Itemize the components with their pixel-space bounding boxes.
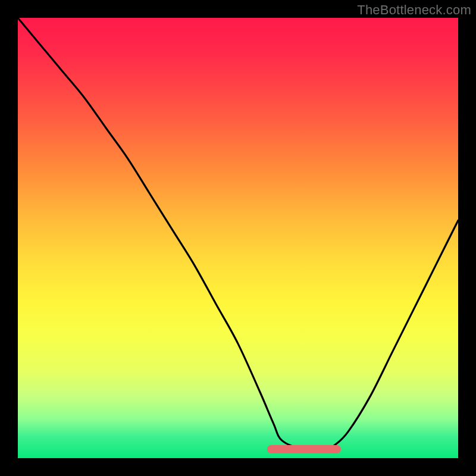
plot-area (18, 18, 458, 458)
chart-container: TheBottleneck.com (0, 0, 476, 476)
watermark-text: TheBottleneck.com (357, 2, 471, 18)
flat-segment-end-bead (333, 445, 341, 453)
flat-segment-marker (269, 445, 339, 453)
flat-segment-start-bead (267, 445, 275, 453)
bottleneck-curve (18, 18, 458, 458)
curve-path (18, 18, 458, 450)
